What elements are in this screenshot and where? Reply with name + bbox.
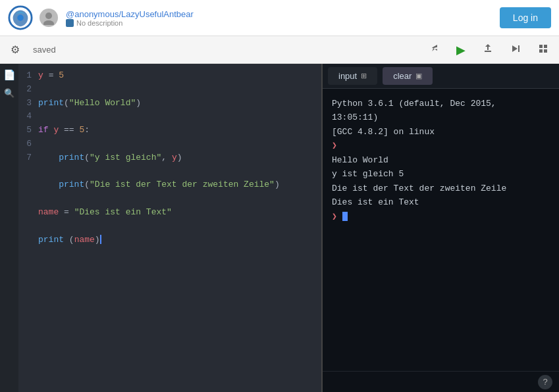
- output-line-7: Dies ist ein Text: [332, 195, 550, 209]
- settings-button[interactable]: ⚙: [7, 42, 24, 57]
- code-area[interactable]: 1 2 3 4 5 6 7 y = 5 print("Hello World")…: [18, 64, 321, 392]
- output-line-6: Die ist der Text der zweiten Zeile: [332, 182, 550, 195]
- output-line-5: y ist gleich 5: [332, 167, 550, 181]
- output-line-1: Python 3.6.1 (default, Dec 2015,: [332, 97, 550, 110]
- output-line-3: [GCC 4.8.2] on linux: [332, 125, 550, 139]
- user-info: @anonymous/LazyUsefulAntbear No descript…: [66, 9, 194, 27]
- clear-tab-icon: ▣: [415, 72, 422, 80]
- svg-point-1: [17, 14, 24, 21]
- output-footer: ?: [323, 371, 559, 392]
- header: @anonymous/LazyUsefulAntbear No descript…: [0, 0, 559, 36]
- tab-input[interactable]: input ⊞: [328, 67, 377, 85]
- line-numbers: 1 2 3 4 5 6 7: [18, 64, 33, 170]
- output-line-4: Hello World: [332, 153, 550, 167]
- avatar: [40, 9, 58, 27]
- svg-rect-7: [544, 49, 547, 53]
- output-prompt-line: ❯: [332, 210, 550, 224]
- next-button[interactable]: [506, 42, 525, 58]
- saved-label: saved: [33, 45, 56, 55]
- output-line-2: 13:05:11): [332, 110, 550, 124]
- input-tab-icon: ⊞: [361, 72, 367, 80]
- search-icon: 🔍: [4, 88, 14, 99]
- output-line-prompt: ❯: [332, 139, 550, 153]
- svg-point-3: [43, 20, 54, 25]
- help-button[interactable]: ?: [538, 375, 552, 389]
- output-tabs: input ⊞ clear ▣: [323, 64, 559, 89]
- editor-sidebar: 📄 🔍: [0, 64, 18, 392]
- tab-clear[interactable]: clear ▣: [383, 67, 433, 85]
- output-content: Python 3.6.1 (default, Dec 2015, 13:05:1…: [323, 89, 559, 371]
- run-button[interactable]: ▶: [452, 41, 469, 59]
- svg-point-2: [45, 12, 52, 19]
- python-badge: [66, 19, 74, 27]
- logo-icon: [8, 5, 33, 30]
- main-area: 📄 🔍 1 2 3 4 5 6 7 y = 5 print("Hello Wor…: [0, 64, 559, 392]
- file-icon: 📄: [3, 69, 16, 82]
- output-pane: input ⊞ clear ▣ Python 3.6.1 (default, D…: [323, 64, 559, 392]
- history-button[interactable]: [534, 42, 552, 58]
- upload-button[interactable]: [479, 42, 497, 58]
- svg-rect-6: [539, 49, 543, 53]
- svg-rect-5: [544, 45, 547, 48]
- share-button[interactable]: [425, 42, 443, 58]
- username-link[interactable]: @anonymous/LazyUsefulAntbear: [66, 9, 194, 19]
- project-description: No description: [66, 19, 194, 27]
- user-icon-area: [40, 9, 58, 27]
- login-button[interactable]: Log in: [500, 7, 551, 28]
- svg-rect-4: [539, 45, 543, 48]
- toolbar: ⚙ saved ▶: [0, 36, 559, 64]
- code-content[interactable]: y = 5 print("Hello World") if y == 5: pr…: [36, 64, 321, 266]
- editor-pane: 📄 🔍 1 2 3 4 5 6 7 y = 5 print("Hello Wor…: [0, 64, 323, 392]
